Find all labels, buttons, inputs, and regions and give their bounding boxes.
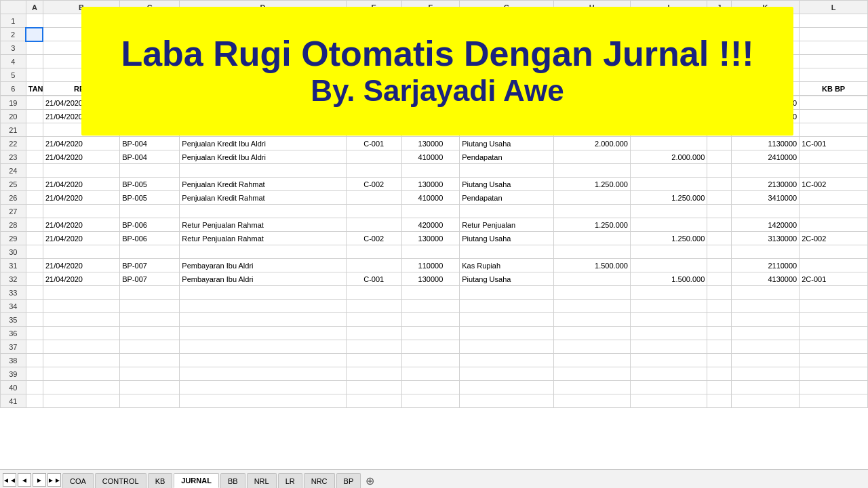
header-keterangan[interactable]: KETERANGAN [120,82,347,96]
table-row: 34 [1,300,868,313]
header-kbbp[interactable]: KB BP [800,82,868,96]
col-header-a: A [26,1,43,14]
table-row: 30 [1,245,868,259]
col-header-k: K [731,1,800,14]
table-row: 2221/04/2020BP-004Penjualan Kredit Ibu A… [1,137,868,150]
table-row: 39 [1,367,868,381]
table-row: 2621/04/2020BP-005Penjualan Kredit Rahma… [1,191,868,205]
table-row: 1 [1,14,868,28]
data-grid: 1921/04/2020BP-003Penjualan Tunai96.0001… [0,96,868,408]
add-sheet-button[interactable]: ⊕ [362,473,377,488]
table-row: 2521/04/2020BP-005Penjualan Kredit Rahma… [1,178,868,191]
tab-nrc[interactable]: NRC [304,473,335,488]
tab-kb[interactable]: KB [148,473,173,488]
table-row: 36 [1,327,868,340]
table-row: 2021/04/2020BP-003Penjualan Tunai96.0001… [1,110,868,123]
row-num-header [1,1,26,14]
tab-nav-last[interactable]: ►► [47,473,61,487]
table-row: 27 [1,205,868,218]
tab-nav-prev[interactable]: ◄ [18,473,31,487]
table-row: 3121/04/2020BP-007Pembayaran Ibu Aldri11… [1,259,868,272]
table-row: 2 [1,28,868,41]
col-header-e: E [346,1,401,14]
table-row: 3221/04/2020BP-007Pembayaran Ibu AldriC-… [1,272,868,286]
table-row: 2321/04/2020BP-004Penjualan Kredit Ibu A… [1,150,868,164]
grid-wrapper: Laba Rugi Otomatis Dengan Jurnal !!! By.… [0,0,868,469]
col-header-i: I [630,1,707,14]
sheet-tabs-bar: ◄◄ ◄ ► ►► COA CONTROL KB JURNAL BB NRL L… [0,469,868,488]
header-ref[interactable]: REF [43,82,119,96]
col-header-d: D [180,1,346,14]
col-header-j: J [707,1,731,14]
col-header-b: B [43,1,119,14]
header-debet[interactable]: DEBET [553,82,630,96]
table-row: 3 [1,41,868,55]
tab-bb[interactable]: BB [220,473,245,488]
col-header-g: G [460,1,553,14]
table-row: 1921/04/2020BP-003Penjualan Tunai96.0001… [1,96,868,110]
tab-bp[interactable]: BP [336,473,361,488]
table-row: 4 [1,55,868,68]
header-tanggal[interactable]: TANGGAL [26,82,43,96]
table-row: 24 [1,164,868,178]
table-row: 41 [1,394,868,408]
table-row: 2921/04/2020BP-006Retur Penjualan Rahmat… [1,232,868,245]
table-row: 35 [1,313,868,327]
header-kredit[interactable]: KREDIT [630,82,707,96]
tab-control[interactable]: CONTROL [95,473,146,488]
col-header-c: C [120,1,180,14]
header-kbbb[interactable]: KB BB [731,82,800,96]
table-row: 40 [1,381,868,394]
tab-lr[interactable]: LR [278,473,302,488]
tab-jurnal[interactable]: JURNAL [174,473,219,488]
table-row: 5 [1,68,868,82]
header-row: 6 TANGGAL REF KETERANGAN DEBET KREDIT KB… [1,82,868,96]
table-row: 38 [1,354,868,367]
tab-coa[interactable]: COA [62,473,94,488]
spreadsheet-container: Laba Rugi Otomatis Dengan Jurnal !!! By.… [0,0,868,488]
col-header-l: L [800,1,868,14]
table-row: 21 [1,123,868,137]
table-row: 33 [1,286,868,300]
table-row: 2821/04/2020BP-006Retur Penjualan Rahmat… [1,218,868,232]
spreadsheet-grid: A B C D E F G H I J K L [0,0,868,96]
tab-nav-first[interactable]: ◄◄ [3,473,16,487]
main-area: Laba Rugi Otomatis Dengan Jurnal !!! By.… [0,0,868,469]
col-header-h: H [553,1,630,14]
col-header-f: F [401,1,460,14]
tab-nrl[interactable]: NRL [247,473,277,488]
tab-nav-next[interactable]: ► [33,473,46,487]
table-row: 37 [1,340,868,354]
